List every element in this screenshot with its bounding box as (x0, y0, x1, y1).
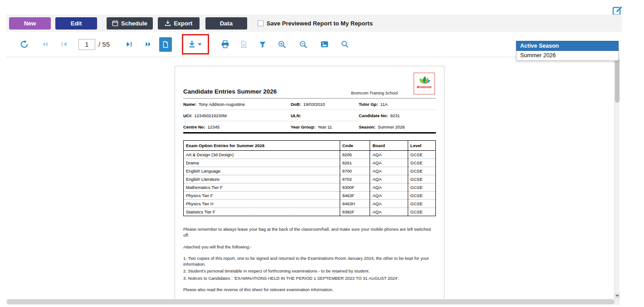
field-label: Tutor Gp: (359, 102, 378, 107)
schedule-label: Schedule (121, 20, 147, 27)
field-label: UCI: (183, 113, 192, 118)
table-header-cell: Board (370, 141, 408, 151)
save-report-checkbox[interactable] (258, 20, 263, 26)
bromcom-logo-text: Bromcom (414, 85, 434, 89)
report-title: Candidate Entries Summer 2026 (183, 88, 436, 95)
level-cell: GCSE (408, 159, 435, 167)
download-dropdown-button[interactable] (188, 40, 203, 49)
data-button[interactable]: Data (205, 17, 247, 30)
search-icon[interactable] (341, 40, 349, 48)
field-label: Year Group: (291, 124, 315, 129)
code-cell: 8463F (340, 192, 370, 200)
first-page-icon[interactable] (61, 41, 68, 48)
refresh-icon[interactable] (20, 40, 29, 49)
field-label: Candidate No: (359, 113, 388, 118)
subject-cell: English Literature (184, 175, 340, 183)
scroll-down-arrow[interactable] (615, 293, 620, 299)
field-label: Season: (359, 124, 376, 129)
code-cell: 8261 (340, 159, 370, 167)
last-page-icon[interactable] (126, 41, 132, 48)
note-line: 2. Student's personal timetable in respe… (183, 268, 436, 274)
board-cell: AQA (370, 208, 408, 216)
board-cell: AQA (370, 175, 408, 183)
note-line: 1. Two copies of this report, one to be … (183, 255, 436, 267)
bromcom-logo: Bromcom (414, 73, 435, 94)
table-row: English Literature 8702 AQA GCSE (184, 175, 436, 183)
table-header-cell: Level (408, 141, 435, 151)
horizontal-scrollbar[interactable] (6, 299, 620, 305)
save-report-checkbox-group[interactable]: Save Previewed Report to My Reports (258, 20, 373, 27)
report-page: Bromcom Candidate Entries Summer 2026 Br… (175, 66, 444, 299)
subject-cell: English Language (184, 167, 340, 175)
candidate-field: Season:Summer 2026 (359, 121, 436, 132)
field-value: 19/03/2010 (303, 102, 325, 107)
document-view-toggle[interactable] (159, 37, 172, 52)
field-value: Tony Addison-Augustine (199, 102, 245, 107)
candidate-field: Tutor Gp:11A (359, 99, 436, 110)
subject-cell: Mathematics Tier F (184, 183, 340, 192)
candidate-field: ULN: (291, 110, 359, 121)
subject-cell: Statistics Tier F (184, 208, 340, 216)
document-icon (162, 40, 169, 49)
exam-entries-table: Exam Option Entries for Summer 2026CodeB… (183, 140, 436, 216)
field-value: Year 11 (317, 124, 332, 129)
note-paragraph: Please remember to always leave your bag… (183, 226, 436, 238)
next-pages-icon[interactable] (145, 41, 151, 48)
table-row: Statistics Tier F 8382F AQA GCSE (184, 208, 436, 216)
annotation-highlight-box (182, 34, 209, 54)
vertical-scrollbar-thumb[interactable] (615, 58, 620, 103)
table-row: Physics Tier H 8463H AQA GCSE (184, 200, 436, 208)
field-label: Name: (183, 102, 196, 107)
report-notes: Please remember to always leave your bag… (183, 226, 436, 299)
code-cell: 8205 (340, 151, 370, 159)
table-header-cell: Code (340, 141, 370, 151)
table-row: Physics Tier F 8463F AQA GCSE (184, 192, 436, 200)
export-button[interactable]: Export (158, 17, 200, 30)
filter-icon[interactable] (259, 41, 266, 48)
fit-page-icon[interactable] (320, 40, 329, 49)
page-total-label: / 55 (98, 40, 110, 48)
zoom-in-icon[interactable] (278, 40, 286, 49)
field-label: DoB: (291, 102, 301, 107)
horizontal-scrollbar-thumb[interactable] (7, 299, 615, 304)
active-season-header[interactable]: Active Season (516, 41, 619, 51)
season-option[interactable]: Summer 2026 (517, 51, 618, 60)
save-report-checkbox-label: Save Previewed Report to My Reports (267, 20, 373, 27)
top-strip (0, 0, 644, 15)
previous-pages-icon[interactable] (42, 41, 49, 48)
board-cell: AQA (370, 159, 408, 167)
active-season-options: Summer 2026 (516, 51, 619, 61)
print-icon[interactable] (221, 40, 229, 49)
export-label: Export (174, 20, 192, 27)
level-cell: GCSE (408, 175, 435, 183)
candidate-field: Name:Tony Addison-Augustine (183, 99, 291, 110)
candidate-fields: Name:Tony Addison-Augustine DoB:19/03/20… (183, 99, 436, 132)
export-file-icon[interactable] (240, 40, 248, 48)
code-cell: 8300F (340, 183, 370, 192)
subject-cell: Physics Tier F (184, 192, 340, 200)
level-cell: GCSE (408, 183, 435, 192)
field-value: 123450219230M (195, 113, 227, 118)
page-number-input[interactable] (78, 39, 95, 50)
field-label: ULN: (291, 113, 301, 118)
board-cell: AQA (370, 192, 408, 200)
schedule-button[interactable]: Schedule (107, 17, 153, 30)
level-cell: GCSE (408, 167, 435, 175)
level-cell: GCSE (408, 192, 435, 200)
active-season-dropdown: Active Season Summer 2026 (516, 41, 619, 61)
board-cell: AQA (370, 183, 408, 192)
level-cell: GCSE (408, 208, 435, 216)
field-value: 12345 (208, 124, 220, 129)
subject-cell: Art & Design (3d Design) (184, 151, 340, 159)
candidate-field: Centre No:12345 (183, 121, 291, 132)
new-button[interactable]: New (9, 17, 51, 30)
calendar-icon (112, 20, 118, 26)
level-cell: GCSE (408, 200, 435, 208)
vertical-scrollbar[interactable] (614, 57, 620, 299)
report-viewer-app: New Edit Schedule Export Data (0, 0, 644, 307)
edit-button[interactable]: Edit (55, 17, 97, 30)
report-preview-area: Bromcom Candidate Entries Summer 2026 Br… (6, 57, 614, 299)
note-line: 3. Notices to Candidates : 'EXAMINATIONS… (183, 275, 436, 281)
zoom-out-icon[interactable] (299, 40, 307, 49)
code-cell: 8700 (340, 167, 370, 175)
